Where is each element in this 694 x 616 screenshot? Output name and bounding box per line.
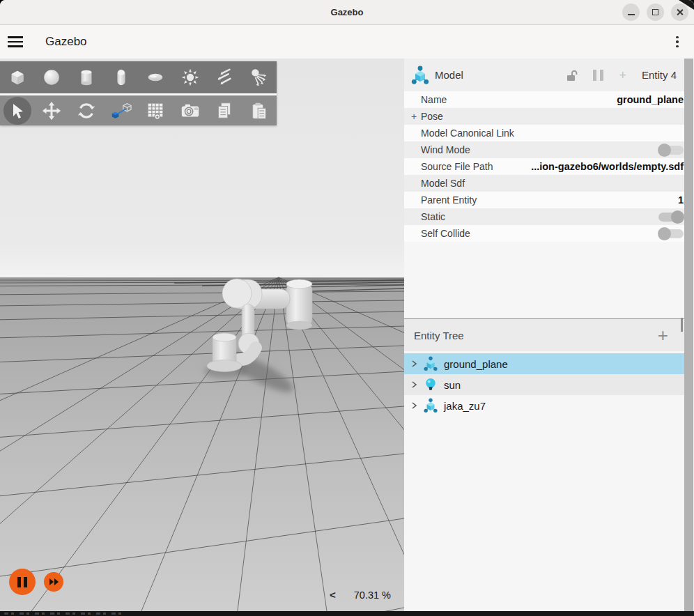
tree-item-label: jaka_zu7 [444,400,486,412]
scene-render [0,59,404,616]
capsule-tool-button[interactable] [104,61,139,93]
point-light-icon [180,67,201,88]
spot-light-tool-button[interactable] [242,61,277,93]
ellipsoid-icon [145,67,166,88]
wind-mode-toggle[interactable] [658,146,684,155]
entity-tree-add-button[interactable]: + [658,328,668,343]
property-row-name: Name ground_plane [404,91,693,108]
sphere-icon [41,67,62,88]
property-label: Name [421,94,447,105]
property-label: Source File Path [421,161,493,172]
cylinder-tool-button[interactable] [69,61,104,93]
inspector-header-tools: + Entity 4 [566,69,677,82]
shape-toolbar [0,61,277,93]
view-grid-tool-button[interactable] [138,95,173,127]
edit-toolbar [0,93,277,125]
rotate-tool-button[interactable] [69,95,104,127]
select-tool-button[interactable] [0,95,35,127]
minimize-button[interactable] [622,3,640,21]
panel-scrollbar[interactable] [684,59,693,611]
property-value: ...ion-gazebo6/worlds/empty.sdf [531,161,684,172]
fast-forward-icon [49,578,59,586]
paste-tool-button[interactable] [242,95,277,127]
inspector-add-icon[interactable]: + [619,69,626,82]
align-icon [110,100,132,121]
maximize-icon [652,9,658,15]
spot-light-icon [249,67,270,88]
tree-item-jaka-zu7[interactable]: jaka_zu7 [404,395,693,416]
menubar: Gazebo [0,25,694,59]
screenshot-tool-button[interactable] [173,95,208,127]
box-icon [7,67,28,88]
step-forward-button[interactable] [44,572,63,592]
entity-tree-title: Entity Tree [414,330,464,341]
static-toggle[interactable] [658,213,684,222]
tree-scrollbar-handle[interactable] [681,318,683,332]
chevron-right-icon[interactable] [411,380,422,389]
property-row-parent-entity: Parent Entity 1 [404,192,693,208]
mouse-cursor-artifact [679,0,694,10]
tool-palette [0,61,277,125]
copy-tool-button[interactable] [208,95,242,127]
unlock-icon[interactable] [566,69,578,82]
gazebo-window: Gazebo Gazebo [0,0,694,616]
kebab-menu-icon[interactable] [672,33,683,50]
property-label: Static [421,211,445,222]
entity-tree-header: Entity Tree + [404,319,693,351]
property-list: Name ground_plane + Pose Model Canonical… [404,91,693,242]
rtf-collapse-chevron[interactable]: < [330,589,336,601]
playback-controls [9,569,63,595]
rtf-display: < 70.31 % [330,589,391,601]
copy-icon [215,100,234,121]
tree-item-ground-plane[interactable]: ground_plane [404,353,693,374]
align-tool-button[interactable] [104,95,139,127]
expand-icon[interactable]: + [411,111,421,122]
minimize-icon [628,14,635,15]
property-row-model-canonical-link: Model Canonical Link [404,125,693,141]
entity-id-label: Entity 4 [642,69,677,81]
main-area: < 70.31 % Model [0,59,694,616]
property-row-pose[interactable]: + Pose [404,108,693,125]
directional-light-icon [214,67,235,88]
property-label: Self Collide [421,228,470,239]
property-row-model-sdf: Model Sdf [404,175,693,192]
capsule-icon [111,67,132,88]
pause-button[interactable] [9,569,36,595]
property-label: Wind Mode [421,144,470,155]
clipped-bottom-bar-text [4,613,123,615]
inspector-pause-icon[interactable] [593,70,603,81]
translate-tool-button[interactable] [35,95,70,127]
sphere-tool-button[interactable] [35,61,70,93]
right-panel: Model + Entity 4 Name ground_plane [404,59,693,616]
tree-item-sun[interactable]: sun [404,374,693,395]
chevron-right-icon[interactable] [411,360,422,368]
property-label: Pose [421,111,443,122]
paste-icon [249,100,269,121]
directional-light-tool-button[interactable] [208,61,242,93]
camera-icon [179,100,201,121]
3d-viewport[interactable]: < 70.31 % [0,59,404,616]
ellipsoid-tool-button[interactable] [138,61,173,93]
rotate-icon [76,100,97,121]
property-row-source-file-path: Source File Path ...ion-gazebo6/worlds/e… [404,158,693,175]
light-icon [422,377,439,392]
window-title: Gazebo [331,7,364,17]
chevron-right-icon[interactable] [411,401,422,410]
hamburger-menu-icon[interactable] [8,33,23,50]
app-name: Gazebo [45,35,87,49]
property-row-self-collide: Self Collide [404,225,693,242]
property-value: ground_plane [617,94,684,105]
property-value: 1 [678,194,684,206]
inspector-empty-space [404,242,693,318]
titlebar: Gazebo [0,0,694,25]
model-icon [411,66,429,85]
box-tool-button[interactable] [0,61,35,93]
model-icon [422,356,439,371]
maximize-button[interactable] [647,3,664,21]
view-grid-icon [145,100,166,121]
point-light-tool-button[interactable] [173,61,208,93]
entity-tree-list: ground_plane sun [404,351,693,416]
self-collide-toggle[interactable] [658,229,684,238]
property-row-static: Static [404,208,693,225]
cylinder-icon [76,67,97,88]
